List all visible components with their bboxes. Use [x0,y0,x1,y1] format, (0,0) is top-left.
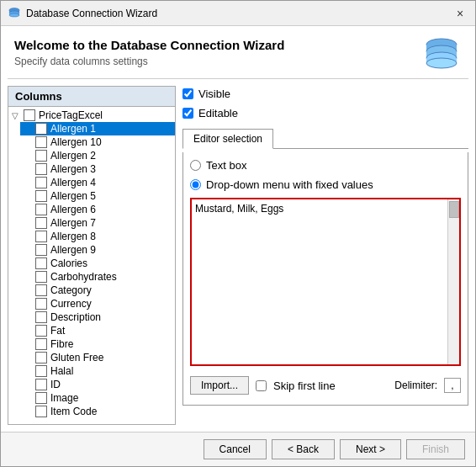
header: Welcome to the Database Connection Wizar… [1,26,475,78]
tree-item[interactable]: Currency [20,297,175,310]
header-icon [421,38,462,72]
tree-item[interactable]: Item Code [20,405,175,418]
item-checkbox[interactable] [35,392,47,404]
skip-first-line-checkbox[interactable] [256,380,267,391]
item-checkbox[interactable] [35,163,47,175]
import-button[interactable]: Import... [190,376,249,395]
values-content: Mustard, Milk, Eggs [195,203,456,215]
tree-item[interactable]: Category [20,284,175,297]
item-label: Carbohydrates [50,271,172,283]
visible-row: Visible [182,86,468,102]
item-label: Fibre [50,338,172,350]
item-label: Allergen 1 [50,123,172,135]
title-bar-text: Database Connection Wizard [26,8,157,19]
item-checkbox[interactable] [35,150,47,162]
tree-item[interactable]: Calories [20,257,175,270]
tree-item[interactable]: Allergen 4 [20,176,175,189]
radio-textbox-label: Text box [206,159,246,172]
item-checkbox[interactable] [35,284,47,296]
tree-item[interactable]: Allergen 8 [20,230,175,243]
item-label: Image [50,392,172,404]
item-checkbox[interactable] [35,352,47,364]
item-checkbox[interactable] [35,217,47,229]
svg-point-11 [426,58,457,68]
tree-item[interactable]: Allergen 6 [20,203,175,216]
delimiter-label: Delimiter: [394,379,437,391]
radio-dropdown[interactable] [190,179,201,190]
item-checkbox[interactable] [35,244,47,256]
expand-icon: ▽ [12,111,24,120]
item-checkbox[interactable] [35,136,47,148]
item-checkbox[interactable] [35,271,47,283]
skip-first-line-label: Skip first line [273,379,336,392]
tree-item[interactable]: Allergen 7 [20,216,175,230]
radio-dropdown-label: Drop-down menu with fixed values [206,178,373,191]
tree-item[interactable]: Allergen 9 [20,243,175,257]
tree-item[interactable]: Fat [20,324,175,337]
item-checkbox[interactable] [35,338,47,350]
next-button[interactable]: Next > [340,439,401,459]
values-box[interactable]: Mustard, Milk, Eggs [190,198,461,366]
tree-item[interactable]: Fibre [20,337,175,351]
item-label: Allergen 3 [50,163,172,175]
tab-editor-selection[interactable]: Editor selection [182,129,273,149]
item-checkbox[interactable] [35,365,47,377]
tree-item[interactable]: Allergen 5 [20,189,175,203]
item-label: Category [50,284,172,296]
item-checkbox[interactable] [35,311,47,323]
editable-checkbox[interactable] [182,108,193,119]
delimiter-input[interactable] [444,378,461,393]
item-label: Description [50,311,172,323]
tree-item[interactable]: ID [20,378,175,391]
page-title: Welcome to the Database Connection Wizar… [14,38,284,52]
db-title-icon [8,7,21,20]
item-checkbox[interactable] [35,406,47,417]
item-checkbox[interactable] [35,190,47,202]
item-checkbox[interactable] [35,298,47,310]
item-label: Allergen 4 [50,177,172,188]
item-label: Fat [50,325,172,337]
tree-item[interactable]: Allergen 10 [20,135,175,149]
tree-item[interactable]: Description [20,310,175,324]
tree-area[interactable]: ▽ PriceTagExcel Allergen 1Allergen 10All… [8,107,175,424]
finish-button[interactable]: Finish [406,439,465,459]
item-checkbox[interactable] [35,379,47,390]
item-label: Allergen 7 [50,217,172,229]
tree-children: Allergen 1Allergen 10Allergen 2Allergen … [8,122,175,418]
tree-root-item[interactable]: ▽ PriceTagExcel [8,109,175,122]
tree-item[interactable]: Gluten Free [20,351,175,364]
item-checkbox[interactable] [35,123,47,135]
left-panel: Columns ▽ PriceTagExcel Allergen 1Allerg… [8,86,176,425]
main-content: Columns ▽ PriceTagExcel Allergen 1Allerg… [1,79,475,432]
visible-label: Visible [198,88,230,100]
item-label: Allergen 2 [50,150,172,162]
item-label: Gluten Free [50,352,172,364]
item-checkbox[interactable] [35,177,47,188]
editable-label: Editable [198,107,238,119]
tab-content: Text box Drop-down menu with fixed value… [182,152,468,406]
item-label: Allergen 5 [50,190,172,202]
item-checkbox[interactable] [35,325,47,337]
tree-item[interactable]: Halal [20,364,175,378]
back-button[interactable]: < Back [272,439,335,459]
title-bar-left: Database Connection Wizard [8,7,157,20]
tree-item[interactable]: Carbohydrates [20,270,175,284]
radio-textbox[interactable] [190,160,201,171]
root-label: PriceTagExcel [39,109,172,121]
cancel-button[interactable]: Cancel [204,439,267,459]
close-button[interactable]: × [452,5,468,22]
scrollbar-track [447,199,459,364]
item-checkbox[interactable] [35,257,47,269]
visible-checkbox[interactable] [182,88,193,99]
item-label: Calories [50,257,172,269]
item-label: Halal [50,365,172,377]
editable-row: Editable [182,105,468,121]
item-checkbox[interactable] [35,204,47,215]
tree-item[interactable]: Allergen 1 [20,122,175,135]
tree-item[interactable]: Image [20,391,175,405]
root-checkbox[interactable] [24,109,35,121]
tab-bar: Editor selection [182,128,468,149]
item-checkbox[interactable] [35,231,47,242]
tree-item[interactable]: Allergen 2 [20,149,175,162]
tree-item[interactable]: Allergen 3 [20,162,175,176]
